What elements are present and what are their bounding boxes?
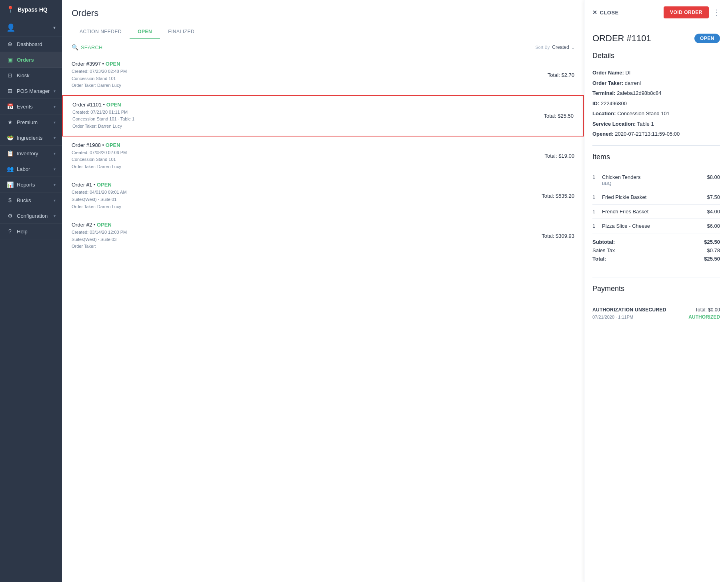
order-status-2: OPEN [97,222,112,228]
order-row-2[interactable]: Order #2 • OPEN Created: 03/14/20 12:00 … [62,216,584,256]
orders-icon: ▣ [6,56,14,63]
tab-finalized[interactable]: FINALIZED [160,25,202,39]
sidebar-logo[interactable]: 📍 Bypass HQ [0,0,62,19]
more-options-icon[interactable]: ⋮ [713,8,720,17]
field-value: 2020-07-21T13:11:59-05:00 [615,131,680,137]
item-qty: 1 [592,174,602,180]
order-status-1988: OPEN [106,142,120,148]
detail-field: Order Taker: darrenl [592,79,720,87]
orders-toolbar: 🔍 SEARCH Sort By Created ↓ [62,39,584,55]
order-meta-1: Created: 04/01/20 09:01 AM Suites(West) … [72,189,127,210]
sidebar-item-kiosk[interactable]: ⊡ Kiosk [0,68,62,83]
sidebar-item-pos-manager[interactable]: ⊞ POS Manager ▾ [0,83,62,99]
sidebar-label-dashboard: Dashboard [17,41,42,47]
item-qty: 1 [592,209,602,215]
sidebar-item-orders[interactable]: ▣ Orders [0,52,62,68]
item-row: 1 Fried Pickle Basket $7.50 [592,190,720,205]
sales-tax-value: $0.78 [707,247,720,253]
chevron-icon-events: ▾ [54,104,56,109]
sidebar-item-premium[interactable]: ★ Premium ▾ [0,114,62,130]
sidebar: 📍 Bypass HQ 👤 ▾ ⊕ Dashboard ▣ Orders ⊡ K… [0,0,62,582]
chevron-icon-configuration: ▾ [54,214,56,218]
payment-status: AUTHORIZED [688,314,720,320]
sidebar-item-ingredients[interactable]: 🥗 Ingredients ▾ [0,130,62,146]
item-row: 1 Pizza Slice - Cheese $6.00 [592,219,720,233]
order-row-1[interactable]: Order #1 • OPEN Created: 04/01/20 09:01 … [62,176,584,216]
item-sub: BBQ [602,181,707,186]
detail-panel: ✕ CLOSE VOID ORDER ⋮ ORDER #1101 OPEN De… [584,0,728,582]
pos-manager-icon: ⊞ [6,88,14,94]
reports-icon: 📊 [6,181,14,188]
void-order-button[interactable]: VOID ORDER [664,6,709,18]
order-info-2: Order #2 • OPEN Created: 03/14/20 12:00 … [72,222,127,250]
field-value: Table 1 [637,121,654,127]
sidebar-item-labor[interactable]: 👥 Labor ▾ [0,161,62,177]
sidebar-item-dashboard[interactable]: ⊕ Dashboard [0,36,62,52]
order-total-1988: Total: $19.00 [545,153,574,159]
tab-open[interactable]: OPEN [130,25,160,39]
tab-action-needed[interactable]: ACTION NEEDED [72,25,130,39]
order-row-1101[interactable]: Order #1101 • OPEN Created: 07/21/20 01:… [62,95,584,136]
item-price: $4.00 [707,209,720,215]
order-title-2: Order #2 • OPEN [72,222,127,228]
sales-tax-row: Sales Tax $0.78 [592,247,720,253]
items-list: 1 Chicken Tenders BBQ $8.00 1 Fried Pick… [592,170,720,233]
sidebar-label-pos-manager: POS Manager [17,88,50,94]
order-status-3997: OPEN [106,61,120,67]
premium-icon: ★ [6,119,14,125]
order-info-1101: Order #1101 • OPEN Created: 07/21/20 01:… [72,102,134,130]
order-row-1988[interactable]: Order #1988 • OPEN Created: 07/08/20 02:… [62,136,584,177]
chevron-icon-pos-manager: ▾ [54,89,56,93]
field-value: 222496800 [601,100,627,106]
sidebar-item-configuration[interactable]: ⚙ Configuration ▾ [0,208,62,224]
order-total-2: Total: $309.93 [542,233,574,239]
sidebar-label-orders: Orders [17,57,34,63]
field-value: darrenl [625,80,641,86]
field-label: Order Taker: [592,80,623,86]
payment-row: AUTHORIZATION UNSECURED Total: $0.00 [592,307,720,313]
sidebar-label-ingredients: Ingredients [17,135,42,141]
detail-field: Opened: 2020-07-21T13:11:59-05:00 [592,130,720,138]
item-name: Fried Pickle Basket [602,194,707,200]
detail-header: ✕ CLOSE VOID ORDER ⋮ [584,0,728,25]
item-price: $6.00 [707,223,720,229]
item-qty: 1 [592,223,602,229]
chevron-icon-reports: ▾ [54,183,56,187]
item-row: 1 French Fries Basket $4.00 [592,205,720,219]
order-number: ORDER #1101 [592,33,651,44]
close-button[interactable]: ✕ CLOSE [592,9,619,16]
order-row-3997[interactable]: Order #3997 • OPEN Created: 07/23/20 02:… [62,55,584,95]
totals-section: Subtotal: $25.50 Sales Tax $0.78 Total: … [592,233,720,270]
order-total-3997: Total: $2.70 [548,72,574,78]
sidebar-item-inventory[interactable]: 📋 Inventory ▾ [0,146,62,161]
field-label: ID: [592,100,599,106]
sidebar-user[interactable]: 👤 ▾ [0,19,62,36]
search-button[interactable]: 🔍 SEARCH [72,44,102,50]
sidebar-label-configuration: Configuration [17,213,48,219]
sidebar-item-bucks[interactable]: $ Bucks ▾ [0,193,62,208]
item-price: $8.00 [707,174,720,180]
order-meta-3997: Created: 07/23/20 02:48 PM Concession St… [72,68,127,89]
chevron-icon-labor: ▾ [54,167,56,171]
order-info-1988: Order #1988 • OPEN Created: 07/08/20 02:… [72,142,127,171]
close-icon: ✕ [592,9,598,16]
sort-area[interactable]: Sort By Created ↓ [535,44,574,50]
items-section-title: Items [592,153,720,165]
sidebar-item-reports[interactable]: 📊 Reports ▾ [0,177,62,193]
payment-date: 07/21/2020 · 1:11PM [592,315,633,319]
payment-item: AUTHORIZATION UNSECURED Total: $0.00 07/… [592,302,720,325]
divider [592,145,720,146]
total-value: $25.50 [704,256,720,262]
sidebar-item-events[interactable]: 📅 Events ▾ [0,99,62,114]
user-icon: 👤 [6,23,15,32]
order-title-1988: Order #1988 • OPEN [72,142,127,148]
orders-tabs: ACTION NEEDED OPEN FINALIZED [72,25,574,39]
order-meta-1101: Created: 07/21/20 01:11 PM Concession St… [72,109,134,130]
order-title-1: Order #1 • OPEN [72,182,127,188]
field-value: 2afeba12d98b8c84 [617,90,661,96]
sidebar-item-help[interactable]: ? Help [0,224,62,239]
detail-field: Location: Concession Stand 101 [592,110,720,118]
field-label: Terminal: [592,90,616,96]
sort-icon: ↓ [572,44,574,50]
orders-list: Order #3997 • OPEN Created: 07/23/20 02:… [62,55,584,582]
